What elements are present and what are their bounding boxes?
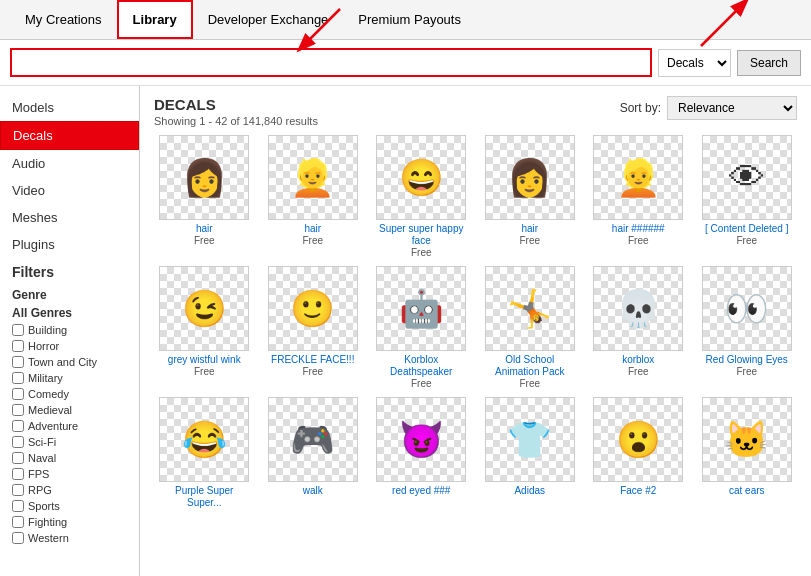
genre-sports-checkbox[interactable] — [12, 500, 24, 512]
genre-comedy-checkbox[interactable] — [12, 388, 24, 400]
item-price: Free — [194, 235, 215, 246]
genre-fps[interactable]: FPS — [0, 466, 139, 482]
sort-select[interactable]: Relevance Most Favorited Most Visited Re… — [667, 96, 797, 120]
genre-town-city-checkbox[interactable] — [12, 356, 24, 368]
list-item[interactable]: 😂 Purple Super Super... — [154, 397, 255, 509]
sidebar-item-decals[interactable]: Decals — [0, 121, 139, 150]
item-thumbnail: 🐱 — [702, 397, 792, 482]
genre-scifi-label: Sci-Fi — [28, 436, 56, 448]
content-title: DECALS — [154, 96, 318, 113]
list-item[interactable]: 👕 Adidas — [480, 397, 581, 509]
item-price: Free — [194, 366, 215, 377]
list-item[interactable]: 👩 hair Free — [154, 135, 255, 258]
item-thumbnail: 🙂 — [268, 266, 358, 351]
search-bar: Decals Models Audio Video Meshes Plugins… — [0, 40, 811, 86]
list-item[interactable]: 😈 red eyed ### — [371, 397, 472, 509]
item-thumbnail: 🤸 — [485, 266, 575, 351]
item-price: Free — [302, 235, 323, 246]
genre-town-city-label: Town and City — [28, 356, 97, 368]
item-icon: 👀 — [712, 276, 782, 341]
genre-military[interactable]: Military — [0, 370, 139, 386]
item-price: Free — [628, 366, 649, 377]
item-price: Free — [411, 378, 432, 389]
list-item[interactable]: 👀 Red Glowing Eyes Free — [697, 266, 798, 389]
item-thumbnail: 🎮 — [268, 397, 358, 482]
sidebar-item-meshes[interactable]: Meshes — [0, 204, 139, 231]
sidebar-item-models[interactable]: Models — [0, 94, 139, 121]
item-thumbnail: 😮 — [593, 397, 683, 482]
genre-adventure-checkbox[interactable] — [12, 420, 24, 432]
genre-medieval-label: Medieval — [28, 404, 72, 416]
list-item[interactable]: 👁 [ Content Deleted ] Free — [697, 135, 798, 258]
genre-scifi-checkbox[interactable] — [12, 436, 24, 448]
arrow-to-button — [691, 0, 761, 51]
list-item[interactable]: 🙂 FRECKLE FACE!!! Free — [263, 266, 364, 389]
item-icon: 😄 — [386, 145, 456, 210]
search-button[interactable]: Search — [737, 50, 801, 76]
genre-medieval-checkbox[interactable] — [12, 404, 24, 416]
item-icon: 👱 — [278, 145, 348, 210]
item-name: red eyed ### — [392, 485, 450, 497]
genre-adventure[interactable]: Adventure — [0, 418, 139, 434]
item-icon: 🐱 — [712, 407, 782, 472]
item-thumbnail: 👱 — [268, 135, 358, 220]
genre-rpg[interactable]: RPG — [0, 482, 139, 498]
item-icon: 🤸 — [495, 276, 565, 341]
genre-fighting-checkbox[interactable] — [12, 516, 24, 528]
genre-fps-checkbox[interactable] — [12, 468, 24, 480]
item-icon: 👁 — [712, 145, 782, 210]
genre-medieval[interactable]: Medieval — [0, 402, 139, 418]
genre-scifi[interactable]: Sci-Fi — [0, 434, 139, 450]
item-name: hair ###### — [612, 223, 665, 235]
search-category-select[interactable]: Decals Models Audio Video Meshes Plugins — [658, 49, 731, 77]
genre-western[interactable]: Western — [0, 530, 139, 546]
list-item[interactable]: 🤸 Old School Animation Pack Free — [480, 266, 581, 389]
list-item[interactable]: 🎮 walk — [263, 397, 364, 509]
list-item[interactable]: 👩 hair Free — [480, 135, 581, 258]
item-price: Free — [628, 235, 649, 246]
item-name: cat ears — [729, 485, 765, 497]
content-area: DECALS Showing 1 - 42 of 141,840 results… — [140, 86, 811, 576]
sort-by-label: Sort by: — [620, 101, 661, 115]
svg-line-1 — [701, 1, 746, 46]
genre-adventure-label: Adventure — [28, 420, 78, 432]
sidebar-item-plugins[interactable]: Plugins — [0, 231, 139, 258]
genre-building-checkbox[interactable] — [12, 324, 24, 336]
genre-naval[interactable]: Naval — [0, 450, 139, 466]
tab-premium-payouts[interactable]: Premium Payouts — [343, 1, 476, 38]
list-item[interactable]: 😮 Face #2 — [588, 397, 689, 509]
sidebar-item-audio[interactable]: Audio — [0, 150, 139, 177]
genre-building[interactable]: Building — [0, 322, 139, 338]
sidebar-item-video[interactable]: Video — [0, 177, 139, 204]
list-item[interactable]: 💀 korblox Free — [588, 266, 689, 389]
list-item[interactable]: 😄 Super super happy face Free — [371, 135, 472, 258]
item-price: Free — [519, 378, 540, 389]
genre-fighting-label: Fighting — [28, 516, 67, 528]
content-info: DECALS Showing 1 - 42 of 141,840 results — [154, 96, 318, 135]
genre-fighting[interactable]: Fighting — [0, 514, 139, 530]
item-thumbnail: 😄 — [376, 135, 466, 220]
item-icon: 💀 — [603, 276, 673, 341]
genre-town-city[interactable]: Town and City — [0, 354, 139, 370]
main-layout: Models Decals Audio Video Meshes Plugins… — [0, 86, 811, 576]
genre-sports[interactable]: Sports — [0, 498, 139, 514]
item-icon: 😮 — [603, 407, 673, 472]
genre-horror[interactable]: Horror — [0, 338, 139, 354]
list-item[interactable]: 🐱 cat ears — [697, 397, 798, 509]
item-price: Free — [411, 247, 432, 258]
list-item[interactable]: 👱 hair Free — [263, 135, 364, 258]
tab-library[interactable]: Library — [117, 0, 193, 39]
list-item[interactable]: 👱 hair ###### Free — [588, 135, 689, 258]
top-nav: My Creations Library Developer Exchange … — [0, 0, 811, 40]
content-header: DECALS Showing 1 - 42 of 141,840 results… — [154, 96, 797, 135]
genre-military-checkbox[interactable] — [12, 372, 24, 384]
tab-my-creations[interactable]: My Creations — [10, 1, 117, 38]
item-thumbnail: 👩 — [485, 135, 575, 220]
genre-comedy[interactable]: Comedy — [0, 386, 139, 402]
genre-naval-checkbox[interactable] — [12, 452, 24, 464]
genre-western-checkbox[interactable] — [12, 532, 24, 544]
list-item[interactable]: 🤖 Korblox Deathspeaker Free — [371, 266, 472, 389]
genre-rpg-checkbox[interactable] — [12, 484, 24, 496]
genre-horror-checkbox[interactable] — [12, 340, 24, 352]
list-item[interactable]: 😉 grey wistful wink Free — [154, 266, 255, 389]
